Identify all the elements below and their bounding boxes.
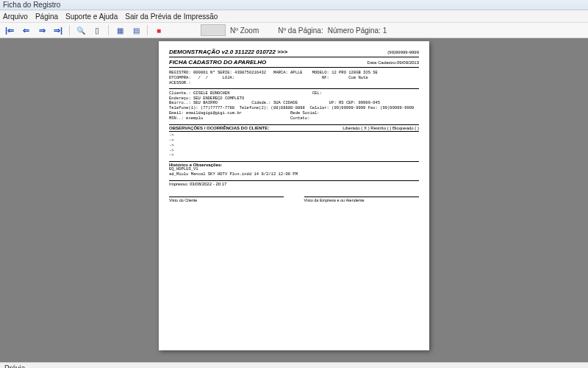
impresso-row: Impresso: 03/08/2022 - 20:17 xyxy=(169,180,419,186)
page-num-value: Número Página: 1 xyxy=(328,26,387,35)
ficha-date: Data Cadastro:09/09/2013 xyxy=(368,60,419,65)
obs-flags: Liberado ( X ) Restrito ( ) Bloqueado ( … xyxy=(343,126,419,130)
close-button[interactable] xyxy=(152,24,165,37)
menu-suporte[interactable]: Suporte e Ajuda xyxy=(65,13,118,21)
registro-block: REGISTRO: 000001 Nº SERIE: 4398756216432… xyxy=(169,71,419,86)
nav-next-button[interactable]: ⇒ xyxy=(35,24,49,37)
nav-first-button[interactable]: |⇐ xyxy=(3,24,16,37)
obs-lines: -> -> -> -> -> xyxy=(169,133,419,158)
nav-prev-button[interactable]: ⇐ xyxy=(19,24,32,37)
menu-arquivo[interactable]: Arquivo xyxy=(3,13,28,21)
demo-header-row: DEMONSTRAÇÃO v2.0 311222 010722 >>> (99)… xyxy=(169,49,419,57)
hist-lines: EQ_HDPLUS_V1 ad_Miolo Manual SKY HDTV Pl… xyxy=(169,167,419,177)
grid-button[interactable] xyxy=(129,24,143,37)
close-icon xyxy=(157,26,161,35)
page-num-label: Nº da Página: xyxy=(278,26,323,35)
toolbar-separator xyxy=(108,25,109,35)
menu-sair[interactable]: Sair da Prévia de Impressão xyxy=(125,13,218,21)
toolbar: |⇐ ⇐ ⇒ ⇒| Nº Zoom Nº da Página: Número P… xyxy=(0,23,588,38)
cliente-block: Cliente.: GISELE BÜNDCHEN CEL: Endereço:… xyxy=(169,91,419,121)
zoom-button[interactable] xyxy=(74,24,87,37)
preview-workarea[interactable]: DEMONSTRAÇÃO v2.0 311222 010722 >>> (99)… xyxy=(0,38,588,362)
page-view-button[interactable] xyxy=(90,24,104,37)
nav-last-icon: ⇒| xyxy=(54,26,62,35)
toolbar-separator xyxy=(69,25,70,35)
hist-header: Histórico e Observações: xyxy=(169,161,419,167)
window-titlebar: Ficha do Registro xyxy=(0,0,588,10)
ficha-title: FICHA CADASTRO DO APARELHO xyxy=(169,59,266,66)
preview-page: DEMONSTRAÇÃO v2.0 311222 010722 >>> (99)… xyxy=(159,41,429,350)
statusbar: Prévia xyxy=(0,362,588,368)
zoom-input[interactable] xyxy=(201,24,226,36)
nav-prev-icon: ⇐ xyxy=(23,26,29,35)
demo-phone: (99)99999-9999 xyxy=(387,50,419,54)
sign-empresa: Visto da Empresa e ou Atendente xyxy=(304,197,419,202)
nav-first-icon: |⇐ xyxy=(5,26,14,35)
ficha-header-row: FICHA CADASTRO DO APARELHO Data Cadastro… xyxy=(169,59,419,68)
status-text: Prévia xyxy=(4,364,25,369)
obs-header: OBSERVAÇÕES / OCORRÊNCIAS DO CLIENTE: Li… xyxy=(169,124,419,132)
zoom-label: Nº Zoom xyxy=(230,26,259,35)
sign-cliente: Visto do Cliente xyxy=(169,197,284,202)
menubar: Arquivo Página Suporte e Ajuda Sair da P… xyxy=(0,10,588,23)
demo-title: DEMONSTRAÇÃO v2.0 311222 010722 >>> xyxy=(169,49,287,55)
menu-pagina[interactable]: Página xyxy=(35,13,58,21)
signature-row: Visto do Cliente Visto da Empresa e ou A… xyxy=(169,197,419,202)
window-title: Ficha do Registro xyxy=(3,1,60,9)
nav-next-icon: ⇒ xyxy=(39,26,46,35)
nav-last-button[interactable]: ⇒| xyxy=(51,24,65,37)
toolbar-separator xyxy=(147,25,148,35)
save-button[interactable] xyxy=(113,24,126,37)
